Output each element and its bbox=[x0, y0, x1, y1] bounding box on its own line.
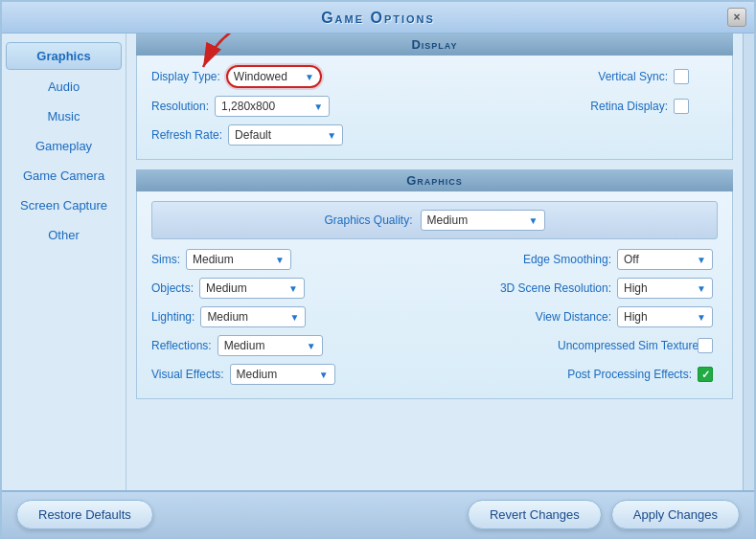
edge-smoothing-row: Edge Smoothing: Off ▼ bbox=[523, 249, 713, 270]
sims-label: Sims: bbox=[151, 253, 180, 266]
view-distance-dropdown[interactable]: High ▼ bbox=[617, 306, 713, 327]
game-options-window: Game Options × Graphics Audio Music Game… bbox=[0, 0, 756, 539]
display-type-value: Windowed bbox=[234, 70, 287, 83]
uncompressed-textures-row: Uncompressed Sim Textures: bbox=[558, 338, 713, 353]
resolution-value: 1,280x800 bbox=[221, 100, 275, 113]
graphics-quality-label: Graphics Quality: bbox=[324, 213, 412, 227]
sidebar-item-screen-capture[interactable]: Screen Capture bbox=[6, 192, 122, 218]
bottom-right-buttons: Revert Changes Apply Changes bbox=[468, 500, 740, 529]
graphics-header: Graphics bbox=[136, 169, 733, 191]
display-type-dropdown[interactable]: Windowed ▼ bbox=[226, 65, 322, 88]
reflections-row: Reflections: Medium ▼ bbox=[151, 335, 323, 356]
sidebar-item-gameplay[interactable]: Gameplay bbox=[6, 133, 122, 159]
edge-smoothing-label: Edge Smoothing: bbox=[523, 253, 611, 266]
display-body: Display Type: Windowed ▼ Vertical Sync: bbox=[136, 56, 733, 160]
resolution-row: Resolution: 1,280x800 ▼ bbox=[151, 96, 330, 117]
objects-label: Objects: bbox=[151, 281, 194, 295]
main-content: Graphics Audio Music Gameplay Game Camer… bbox=[2, 34, 754, 490]
lighting-row: Lighting: Medium ▼ bbox=[151, 306, 306, 327]
apply-changes-button[interactable]: Apply Changes bbox=[611, 500, 740, 529]
sidebar: Graphics Audio Music Gameplay Game Camer… bbox=[2, 34, 126, 490]
visual-effects-label: Visual Effects: bbox=[151, 368, 224, 381]
sims-row: Sims: Medium ▼ bbox=[151, 249, 291, 270]
visual-effects-row: Visual Effects: Medium ▼ bbox=[151, 364, 335, 385]
content-area: Display Display Type: Windowed ▼ bbox=[126, 34, 743, 490]
graphics-body: Graphics Quality: Medium ▼ Sims: bbox=[136, 191, 733, 399]
display-type-label: Display Type: bbox=[151, 70, 220, 83]
uncompressed-textures-label: Uncompressed Sim Textures: bbox=[558, 339, 692, 352]
sidebar-item-game-camera[interactable]: Game Camera bbox=[6, 163, 122, 189]
edge-smoothing-dropdown[interactable]: Off ▼ bbox=[617, 249, 713, 270]
sidebar-item-graphics[interactable]: Graphics bbox=[6, 42, 122, 70]
title-bar: Game Options × bbox=[2, 2, 754, 34]
display-type-arrow: ▼ bbox=[305, 72, 314, 82]
objects-row: Objects: Medium ▼ bbox=[151, 278, 305, 299]
refresh-rate-row: Refresh Rate: Default ▼ bbox=[151, 124, 343, 146]
window-title: Game Options bbox=[2, 10, 754, 27]
refresh-rate-arrow: ▼ bbox=[327, 130, 336, 141]
sidebar-item-music[interactable]: Music bbox=[6, 103, 122, 129]
uncompressed-textures-checkbox[interactable] bbox=[698, 338, 713, 353]
refresh-rate-dropdown[interactable]: Default ▼ bbox=[228, 124, 343, 146]
objects-dropdown[interactable]: Medium ▼ bbox=[199, 278, 305, 299]
right-panel: Display Display Type: Windowed ▼ bbox=[126, 34, 754, 490]
graphics-section: Graphics Graphics Quality: Medium ▼ bbox=[136, 169, 733, 399]
graphics-quality-dropdown[interactable]: Medium ▼ bbox=[421, 210, 545, 231]
display-type-row: Display Type: Windowed ▼ bbox=[151, 65, 322, 88]
lighting-label: Lighting: bbox=[151, 310, 195, 324]
vertical-sync-checkbox[interactable] bbox=[674, 69, 689, 84]
close-button[interactable]: × bbox=[727, 8, 746, 27]
visual-effects-dropdown[interactable]: Medium ▼ bbox=[230, 364, 335, 385]
revert-changes-button[interactable]: Revert Changes bbox=[468, 500, 602, 529]
scrollbar[interactable] bbox=[743, 34, 754, 490]
view-distance-row: View Distance: High ▼ bbox=[536, 306, 713, 327]
display-header: Display bbox=[136, 34, 733, 56]
reflections-dropdown[interactable]: Medium ▼ bbox=[218, 335, 323, 356]
post-processing-label: Post Processing Effects: bbox=[567, 368, 692, 381]
refresh-rate-label: Refresh Rate: bbox=[151, 128, 222, 142]
resolution-dropdown[interactable]: 1,280x800 ▼ bbox=[215, 96, 330, 117]
sidebar-item-other[interactable]: Other bbox=[6, 222, 122, 248]
refresh-rate-value: Default bbox=[235, 128, 271, 142]
graphics-quality-arrow: ▼ bbox=[529, 215, 538, 226]
bottom-bar: Restore Defaults Revert Changes Apply Ch… bbox=[2, 490, 754, 537]
post-processing-row: Post Processing Effects: bbox=[567, 367, 713, 382]
resolution-label: Resolution: bbox=[151, 100, 209, 113]
post-processing-checkbox[interactable] bbox=[698, 367, 713, 382]
lighting-dropdown[interactable]: Medium ▼ bbox=[200, 306, 306, 327]
scene-resolution-label: 3D Scene Resolution: bbox=[500, 281, 611, 295]
retina-display-label: Retina Display: bbox=[590, 100, 668, 113]
view-distance-label: View Distance: bbox=[536, 310, 611, 324]
vertical-sync-label: Vertical Sync: bbox=[598, 70, 668, 83]
reflections-label: Reflections: bbox=[151, 339, 212, 352]
sims-dropdown[interactable]: Medium ▼ bbox=[186, 249, 291, 270]
scene-resolution-dropdown[interactable]: High ▼ bbox=[617, 278, 713, 299]
display-section: Display Display Type: Windowed ▼ bbox=[136, 34, 733, 160]
graphics-quality-container: Graphics Quality: Medium ▼ bbox=[151, 201, 718, 239]
graphics-quality-value: Medium bbox=[427, 213, 469, 227]
retina-display-row: Retina Display: bbox=[590, 99, 689, 114]
scene-resolution-row: 3D Scene Resolution: High ▼ bbox=[500, 278, 713, 299]
resolution-arrow: ▼ bbox=[313, 101, 323, 112]
sidebar-item-audio[interactable]: Audio bbox=[6, 74, 122, 100]
retina-display-checkbox[interactable] bbox=[674, 99, 689, 114]
vertical-sync-row: Vertical Sync: bbox=[598, 69, 689, 84]
restore-defaults-button[interactable]: Restore Defaults bbox=[16, 500, 153, 529]
